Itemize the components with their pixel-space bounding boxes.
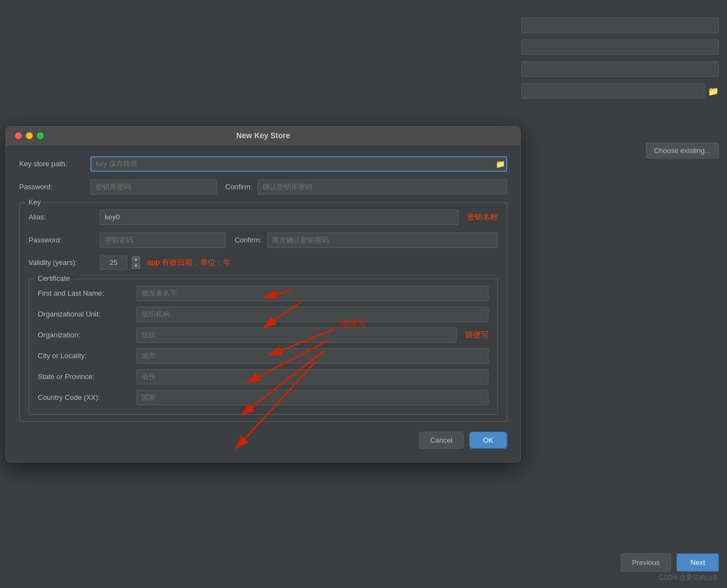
- confirm-label: Confirm:: [225, 183, 252, 191]
- key-store-path-label: Key store path:: [19, 160, 90, 168]
- org-row: Organization: 随便写: [38, 327, 489, 343]
- cancel-button[interactable]: Cancel: [419, 432, 464, 449]
- key-section: Key Alias: 密钥名称 Password: Confirm:: [19, 202, 507, 422]
- validity-row: Validity (years): ▲ ▼ app 有效日期，单位：年: [29, 256, 498, 270]
- key-confirm-input[interactable]: [267, 233, 498, 248]
- certificate-section-title: Certificate: [35, 274, 73, 282]
- alias-row: Alias: 密钥名称: [29, 210, 498, 225]
- watermark: CSDN @爱笑的山羊: [658, 573, 719, 583]
- first-last-name-input[interactable]: [137, 286, 489, 301]
- validity-up-arrow[interactable]: ▲: [132, 256, 140, 262]
- validity-down-arrow[interactable]: ▼: [132, 263, 140, 269]
- password-row: Password: Confirm:: [19, 179, 507, 195]
- maximize-button[interactable]: [37, 132, 44, 139]
- dialog-title: New Key Store: [236, 131, 290, 140]
- dialog-body: Key store path: 📁 Password: Confirm: Key: [6, 145, 520, 462]
- first-last-name-row: First and Last Name:: [38, 286, 489, 301]
- title-bar: New Key Store: [6, 127, 520, 145]
- key-section-title: Key: [25, 198, 44, 206]
- close-button[interactable]: [15, 132, 22, 139]
- validity-input[interactable]: [100, 256, 127, 270]
- ok-button[interactable]: OK: [469, 432, 507, 449]
- validity-group: ▲ ▼: [100, 256, 140, 270]
- validity-spinner-arrows: ▲ ▼: [132, 256, 140, 269]
- key-store-path-row: Key store path: 📁: [19, 156, 507, 172]
- confirm-password-input[interactable]: [258, 179, 507, 195]
- city-row: City or Locality:: [38, 348, 489, 364]
- key-confirm-group: Confirm:: [235, 233, 498, 248]
- country-row: Country Code (XX):: [38, 390, 489, 405]
- password-label: Password:: [19, 183, 90, 191]
- org-unit-row: Organizational Unit:: [38, 307, 489, 322]
- confirm-group: Confirm:: [225, 179, 507, 195]
- new-key-store-dialog: New Key Store Key store path: 📁 Password…: [5, 126, 521, 462]
- dialog-overlay: New Key Store Key store path: 📁 Password…: [0, 0, 727, 588]
- org-unit-input[interactable]: [137, 307, 489, 322]
- traffic-lights: [15, 132, 44, 139]
- org-unit-label: Organizational Unit:: [38, 310, 137, 318]
- city-input[interactable]: [137, 348, 489, 364]
- key-password-input[interactable]: [100, 233, 226, 248]
- key-store-path-input[interactable]: [90, 156, 507, 172]
- key-password-label: Password:: [29, 236, 100, 244]
- org-input[interactable]: [137, 327, 457, 343]
- org-label: Organization:: [38, 331, 137, 339]
- key-password-row: Password: Confirm:: [29, 233, 498, 248]
- city-label: City or Locality:: [38, 352, 137, 360]
- key-store-path-input-group: 📁: [90, 156, 507, 172]
- alias-label: Alias:: [29, 213, 100, 221]
- validity-annotation: app 有效日期，单位：年: [147, 258, 231, 268]
- dialog-buttons: Cancel OK: [19, 432, 507, 451]
- country-input[interactable]: [137, 390, 489, 405]
- first-last-name-label: First and Last Name:: [38, 289, 137, 297]
- alias-annotation: 密钥名称: [467, 212, 498, 222]
- minimize-button[interactable]: [26, 132, 33, 139]
- state-label: State or Province:: [38, 372, 137, 381]
- state-input[interactable]: [137, 369, 489, 385]
- validity-label: Validity (years):: [29, 258, 100, 267]
- folder-browse-button[interactable]: 📁: [496, 160, 505, 168]
- password-input[interactable]: [90, 179, 217, 195]
- certificate-section: Certificate First and Last Name: Organiz…: [29, 279, 498, 415]
- key-confirm-label: Confirm:: [235, 236, 262, 244]
- alias-input[interactable]: [100, 210, 458, 225]
- country-label: Country Code (XX):: [38, 393, 137, 402]
- state-row: State or Province:: [38, 369, 489, 385]
- random-write-annotation: 随便写: [465, 330, 489, 340]
